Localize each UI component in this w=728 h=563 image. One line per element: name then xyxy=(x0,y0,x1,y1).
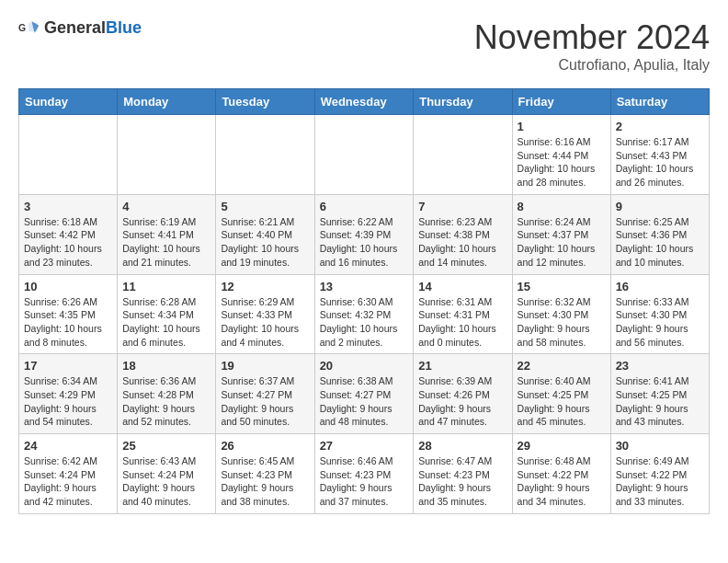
calendar-cell xyxy=(314,115,414,195)
calendar-cell: 25Sunrise: 6:43 AM Sunset: 4:24 PM Dayli… xyxy=(118,434,216,514)
calendar-cell: 8Sunrise: 6:24 AM Sunset: 4:37 PM Daylig… xyxy=(512,194,610,274)
day-number: 27 xyxy=(320,439,409,453)
day-number: 24 xyxy=(24,439,112,453)
day-info: Sunrise: 6:49 AM Sunset: 4:22 PM Dayligh… xyxy=(616,454,704,509)
day-number: 15 xyxy=(518,280,606,293)
day-info: Sunrise: 6:34 AM Sunset: 4:29 PM Dayligh… xyxy=(24,374,112,429)
weekday-header: Sunday xyxy=(19,89,118,115)
day-info: Sunrise: 6:25 AM Sunset: 4:36 PM Dayligh… xyxy=(616,215,704,270)
day-info: Sunrise: 6:32 AM Sunset: 4:30 PM Dayligh… xyxy=(518,295,606,350)
day-info: Sunrise: 6:42 AM Sunset: 4:24 PM Dayligh… xyxy=(24,454,112,509)
day-number: 14 xyxy=(418,280,506,293)
day-info: Sunrise: 6:17 AM Sunset: 4:43 PM Dayligh… xyxy=(616,135,704,190)
day-number: 7 xyxy=(418,200,506,213)
calendar-cell: 7Sunrise: 6:23 AM Sunset: 4:38 PM Daylig… xyxy=(414,194,512,274)
day-number: 17 xyxy=(24,359,112,373)
calendar-table: SundayMondayTuesdayWednesdayThursdayFrid… xyxy=(18,88,710,514)
day-number: 29 xyxy=(518,439,606,453)
weekday-header: Wednesday xyxy=(314,89,414,115)
day-number: 30 xyxy=(616,439,704,453)
day-info: Sunrise: 6:30 AM Sunset: 4:32 PM Dayligh… xyxy=(320,295,409,350)
calendar-cell: 11Sunrise: 6:28 AM Sunset: 4:34 PM Dayli… xyxy=(118,274,216,354)
calendar-cell: 23Sunrise: 6:41 AM Sunset: 4:25 PM Dayli… xyxy=(610,354,709,434)
title-block: November 2024 Cutrofiano, Apulia, Italy xyxy=(474,18,710,74)
weekday-header: Tuesday xyxy=(216,89,314,115)
calendar-cell: 29Sunrise: 6:48 AM Sunset: 4:22 PM Dayli… xyxy=(512,434,610,514)
day-info: Sunrise: 6:29 AM Sunset: 4:33 PM Dayligh… xyxy=(221,295,309,350)
day-info: Sunrise: 6:28 AM Sunset: 4:34 PM Dayligh… xyxy=(122,295,210,350)
weekday-header: Friday xyxy=(512,89,610,115)
calendar-cell: 16Sunrise: 6:33 AM Sunset: 4:30 PM Dayli… xyxy=(610,274,709,354)
day-info: Sunrise: 6:40 AM Sunset: 4:25 PM Dayligh… xyxy=(518,374,606,429)
calendar-cell: 24Sunrise: 6:42 AM Sunset: 4:24 PM Dayli… xyxy=(19,434,118,514)
day-info: Sunrise: 6:38 AM Sunset: 4:27 PM Dayligh… xyxy=(320,374,409,429)
day-info: Sunrise: 6:18 AM Sunset: 4:42 PM Dayligh… xyxy=(24,215,112,270)
calendar-cell: 10Sunrise: 6:26 AM Sunset: 4:35 PM Dayli… xyxy=(19,274,118,354)
calendar-header-row: SundayMondayTuesdayWednesdayThursdayFrid… xyxy=(19,89,710,115)
day-number: 2 xyxy=(616,120,704,133)
day-number: 28 xyxy=(418,439,506,453)
day-number: 8 xyxy=(518,200,606,213)
calendar-week-row: 10Sunrise: 6:26 AM Sunset: 4:35 PM Dayli… xyxy=(19,274,710,354)
calendar-cell xyxy=(414,115,512,195)
calendar-cell: 27Sunrise: 6:46 AM Sunset: 4:23 PM Dayli… xyxy=(314,434,414,514)
day-info: Sunrise: 6:45 AM Sunset: 4:23 PM Dayligh… xyxy=(221,454,309,509)
calendar-cell: 28Sunrise: 6:47 AM Sunset: 4:23 PM Dayli… xyxy=(414,434,512,514)
day-number: 3 xyxy=(24,200,112,213)
weekday-header: Thursday xyxy=(414,89,512,115)
day-number: 13 xyxy=(320,280,409,293)
location-title: Cutrofiano, Apulia, Italy xyxy=(474,57,710,74)
day-number: 20 xyxy=(320,359,409,373)
calendar-cell xyxy=(19,115,118,195)
logo-icon: G xyxy=(18,19,40,38)
day-info: Sunrise: 6:16 AM Sunset: 4:44 PM Dayligh… xyxy=(518,135,606,190)
day-number: 4 xyxy=(122,200,210,213)
calendar-cell xyxy=(216,115,314,195)
calendar-week-row: 17Sunrise: 6:34 AM Sunset: 4:29 PM Dayli… xyxy=(19,354,710,434)
day-number: 16 xyxy=(616,280,704,293)
day-number: 12 xyxy=(221,280,309,293)
day-info: Sunrise: 6:41 AM Sunset: 4:25 PM Dayligh… xyxy=(616,374,704,429)
day-info: Sunrise: 6:24 AM Sunset: 4:37 PM Dayligh… xyxy=(518,215,606,270)
calendar-cell: 22Sunrise: 6:40 AM Sunset: 4:25 PM Dayli… xyxy=(512,354,610,434)
calendar-cell: 21Sunrise: 6:39 AM Sunset: 4:26 PM Dayli… xyxy=(414,354,512,434)
day-number: 19 xyxy=(221,359,309,373)
day-number: 18 xyxy=(122,359,210,373)
calendar-cell: 1Sunrise: 6:16 AM Sunset: 4:44 PM Daylig… xyxy=(512,115,610,195)
month-title: November 2024 xyxy=(474,18,710,57)
calendar-cell: 13Sunrise: 6:30 AM Sunset: 4:32 PM Dayli… xyxy=(314,274,414,354)
day-info: Sunrise: 6:46 AM Sunset: 4:23 PM Dayligh… xyxy=(320,454,409,509)
day-number: 23 xyxy=(616,359,704,373)
day-info: Sunrise: 6:43 AM Sunset: 4:24 PM Dayligh… xyxy=(122,454,210,509)
calendar-cell: 20Sunrise: 6:38 AM Sunset: 4:27 PM Dayli… xyxy=(314,354,414,434)
calendar-cell: 2Sunrise: 6:17 AM Sunset: 4:43 PM Daylig… xyxy=(610,115,709,195)
calendar-cell: 12Sunrise: 6:29 AM Sunset: 4:33 PM Dayli… xyxy=(216,274,314,354)
calendar-cell: 19Sunrise: 6:37 AM Sunset: 4:27 PM Dayli… xyxy=(216,354,314,434)
logo: G GeneralBlue xyxy=(18,18,142,38)
day-info: Sunrise: 6:33 AM Sunset: 4:30 PM Dayligh… xyxy=(616,295,704,350)
day-number: 21 xyxy=(418,359,506,373)
logo-blue: Blue xyxy=(106,18,142,37)
day-info: Sunrise: 6:37 AM Sunset: 4:27 PM Dayligh… xyxy=(221,374,309,429)
day-number: 10 xyxy=(24,280,112,293)
day-number: 1 xyxy=(518,120,606,133)
calendar-cell: 30Sunrise: 6:49 AM Sunset: 4:22 PM Dayli… xyxy=(610,434,709,514)
day-info: Sunrise: 6:23 AM Sunset: 4:38 PM Dayligh… xyxy=(418,215,506,270)
day-number: 6 xyxy=(320,200,409,213)
day-info: Sunrise: 6:36 AM Sunset: 4:28 PM Dayligh… xyxy=(122,374,210,429)
day-number: 9 xyxy=(616,200,704,213)
calendar-cell: 9Sunrise: 6:25 AM Sunset: 4:36 PM Daylig… xyxy=(610,194,709,274)
day-number: 26 xyxy=(221,439,309,453)
calendar-week-row: 1Sunrise: 6:16 AM Sunset: 4:44 PM Daylig… xyxy=(19,115,710,195)
weekday-header: Monday xyxy=(118,89,216,115)
calendar-cell: 18Sunrise: 6:36 AM Sunset: 4:28 PM Dayli… xyxy=(118,354,216,434)
day-number: 11 xyxy=(122,280,210,293)
day-number: 5 xyxy=(221,200,309,213)
calendar-cell: 14Sunrise: 6:31 AM Sunset: 4:31 PM Dayli… xyxy=(414,274,512,354)
calendar-cell: 3Sunrise: 6:18 AM Sunset: 4:42 PM Daylig… xyxy=(19,194,118,274)
day-info: Sunrise: 6:26 AM Sunset: 4:35 PM Dayligh… xyxy=(24,295,112,350)
calendar-cell: 26Sunrise: 6:45 AM Sunset: 4:23 PM Dayli… xyxy=(216,434,314,514)
day-info: Sunrise: 6:47 AM Sunset: 4:23 PM Dayligh… xyxy=(418,454,506,509)
day-info: Sunrise: 6:48 AM Sunset: 4:22 PM Dayligh… xyxy=(518,454,606,509)
day-info: Sunrise: 6:21 AM Sunset: 4:40 PM Dayligh… xyxy=(221,215,309,270)
